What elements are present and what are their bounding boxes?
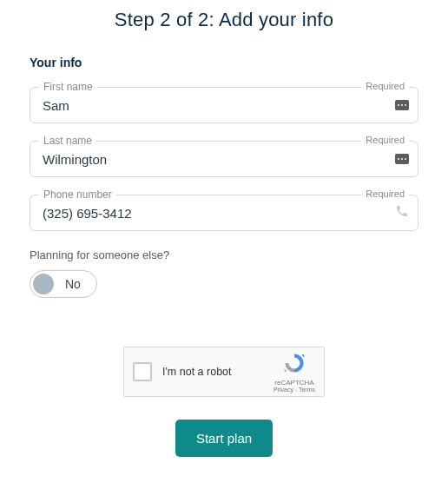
page-title: Step 2 of 2: Add your info xyxy=(30,9,418,31)
first-name-input[interactable] xyxy=(43,98,405,113)
last-name-field-container: Last name Required xyxy=(30,141,418,177)
autofill-icon xyxy=(395,154,409,164)
recaptcha-links[interactable]: Privacy - Terms xyxy=(272,387,317,393)
planning-question: Planning for someone else? xyxy=(30,248,418,261)
phone-field-container: Phone number Required xyxy=(30,195,418,231)
first-name-required: Required xyxy=(361,81,409,91)
recaptcha-text: I'm not a robot xyxy=(162,366,272,378)
planning-toggle[interactable]: No xyxy=(30,270,97,298)
first-name-field-container: First name Required xyxy=(30,87,418,123)
svg-marker-0 xyxy=(301,354,304,357)
recaptcha-icon xyxy=(283,352,306,374)
toggle-label: No xyxy=(65,277,81,291)
section-title: Your info xyxy=(30,56,418,69)
recaptcha-brand-name: reCAPTCHA xyxy=(272,379,317,387)
phone-icon xyxy=(395,204,409,222)
last-name-required: Required xyxy=(361,135,409,145)
toggle-knob xyxy=(33,274,54,294)
phone-input[interactable] xyxy=(43,206,405,221)
phone-required: Required xyxy=(361,188,409,199)
recaptcha-checkbox[interactable] xyxy=(133,362,152,381)
last-name-input[interactable] xyxy=(43,152,405,167)
svg-marker-1 xyxy=(285,368,287,371)
recaptcha-brand: reCAPTCHA Privacy - Terms xyxy=(272,352,317,393)
first-name-label: First name xyxy=(39,81,97,93)
last-name-label: Last name xyxy=(39,135,96,147)
autofill-icon xyxy=(395,100,409,110)
phone-label: Phone number xyxy=(39,188,116,201)
recaptcha-widget: I'm not a robot reCAPTCHA Privacy - Term… xyxy=(123,347,325,397)
start-plan-button[interactable]: Start plan xyxy=(175,420,273,457)
